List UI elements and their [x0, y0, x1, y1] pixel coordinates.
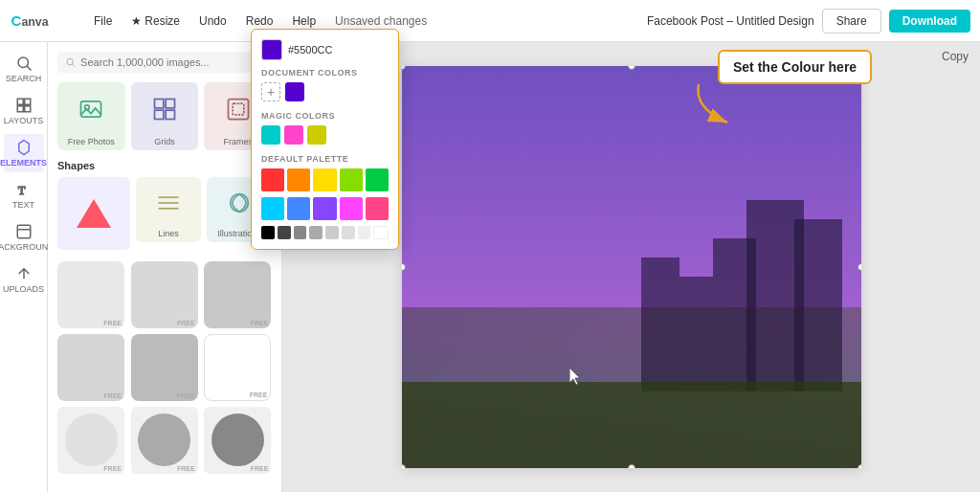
- shapes-section-label: Shapes: [57, 160, 272, 171]
- svg-line-3: [27, 66, 31, 70]
- sidebar-item-background[interactable]: BACKGROUND: [4, 218, 44, 257]
- magic-colors-label: MAGIC COLORS: [261, 111, 389, 121]
- palette-cyan[interactable]: [261, 197, 284, 220]
- svg-marker-8: [18, 141, 29, 155]
- nav-undo[interactable]: Undo: [191, 11, 234, 32]
- free-badge: FREE: [103, 320, 122, 326]
- doc-colors-label: DOCUMENT COLORS: [261, 68, 389, 78]
- ground: [402, 382, 861, 468]
- building-4: [679, 277, 713, 391]
- canvas-image: [402, 66, 861, 468]
- el-grids-label: Grids: [154, 137, 175, 146]
- sidebar-text-label: TEXT: [12, 200, 34, 210]
- shape-item-circle-1[interactable]: FREE: [57, 407, 124, 474]
- handle-bottom-mid[interactable]: [628, 464, 635, 468]
- callout-arrow: [689, 79, 746, 127]
- gray-black[interactable]: [261, 226, 275, 239]
- sidebar-background-label: BACKGROUND: [0, 242, 55, 252]
- free-badge-5: FREE: [177, 392, 195, 399]
- handle-bottom-right[interactable]: [858, 464, 861, 468]
- gray-4[interactable]: [325, 226, 339, 239]
- gray-white[interactable]: [373, 226, 389, 239]
- shape-item-circle-3[interactable]: FREE: [204, 407, 271, 474]
- shape-item-2[interactable]: FREE: [131, 261, 198, 328]
- canvas-frame[interactable]: [402, 66, 861, 468]
- element-type-grids[interactable]: Grids: [131, 82, 199, 150]
- current-color-swatch[interactable]: [261, 39, 282, 60]
- free-badge-9: FREE: [251, 465, 269, 472]
- svg-rect-16: [166, 100, 174, 108]
- svg-text:T: T: [18, 184, 26, 197]
- palette-purple[interactable]: [313, 197, 336, 220]
- free-badge-6: FREE: [250, 391, 268, 398]
- shape-item-1[interactable]: FREE: [57, 261, 124, 328]
- nav-right-area: Facebook Post – Untitled Design Share Do…: [647, 9, 970, 34]
- gray-1[interactable]: [278, 226, 291, 239]
- hex-input[interactable]: [288, 44, 389, 56]
- svg-rect-15: [154, 100, 163, 108]
- download-button[interactable]: Download: [889, 10, 970, 33]
- document-colors-row: +: [261, 82, 389, 101]
- palette-yellow[interactable]: [313, 168, 336, 191]
- svg-text:C: C: [11, 11, 21, 28]
- sidebar-item-uploads[interactable]: UPLOADS: [4, 260, 44, 299]
- search-bar[interactable]: [57, 52, 272, 73]
- gray-6[interactable]: [358, 226, 371, 239]
- canva-logo[interactable]: C anva: [10, 11, 77, 32]
- gray-3[interactable]: [309, 226, 323, 239]
- copy-button[interactable]: Copy: [942, 50, 969, 63]
- palette-grid-row1: [261, 168, 389, 191]
- shape-triangle-featured[interactable]: [57, 177, 130, 250]
- search-input[interactable]: [80, 56, 264, 68]
- svg-rect-10: [17, 225, 31, 238]
- color-picker-popup: DOCUMENT COLORS + MAGIC COLORS DEFAULT P…: [251, 29, 399, 250]
- svg-rect-17: [154, 110, 163, 119]
- top-navbar: C anva File ★ Resize Undo Redo Help Unsa…: [0, 0, 980, 42]
- doc-color-swatch-1[interactable]: [285, 82, 304, 101]
- sidebar-layouts-label: LAYOUTS: [4, 116, 43, 125]
- callout-annotation: Set the Colour here: [718, 50, 872, 84]
- free-badge-7: FREE: [103, 465, 122, 472]
- palette-grid-row2: [261, 197, 389, 220]
- magic-swatch-2[interactable]: [284, 125, 303, 145]
- palette-magenta[interactable]: [340, 197, 363, 220]
- svg-rect-5: [24, 99, 30, 104]
- free-badge-4: FREE: [103, 392, 122, 399]
- building-2: [713, 238, 756, 391]
- palette-lime[interactable]: [340, 168, 363, 191]
- palette-green[interactable]: [366, 168, 389, 191]
- shape-item-6[interactable]: FREE: [204, 334, 271, 401]
- share-button[interactable]: Share: [822, 9, 881, 34]
- el-photos-label: Free Photos: [68, 137, 115, 146]
- palette-red[interactable]: [261, 168, 284, 191]
- palette-orange[interactable]: [287, 168, 310, 191]
- free-badge-2: FREE: [177, 320, 195, 326]
- shape-item-circle-2[interactable]: FREE: [131, 407, 198, 474]
- gray-2[interactable]: [294, 226, 307, 239]
- element-type-lines[interactable]: Lines: [136, 177, 201, 242]
- shapes-grid: FREE FREE FREE FREE FREE FREE FREE: [57, 261, 272, 474]
- svg-rect-19: [228, 100, 248, 120]
- nav-file[interactable]: File: [86, 11, 120, 32]
- building-3: [794, 219, 842, 391]
- add-color-button[interactable]: +: [261, 82, 280, 101]
- sidebar-item-elements[interactable]: ELEMENTS: [4, 134, 44, 172]
- nav-resize[interactable]: ★ Resize: [123, 11, 188, 32]
- sidebar-item-text[interactable]: T TEXT: [4, 176, 44, 214]
- free-badge-8: FREE: [177, 465, 195, 472]
- shape-item-3[interactable]: FREE: [204, 261, 271, 328]
- palette-blue[interactable]: [287, 197, 310, 220]
- magic-swatch-1[interactable]: [261, 125, 280, 145]
- element-type-photos[interactable]: Free Photos: [57, 82, 125, 150]
- magic-colors-row: [261, 125, 389, 145]
- shape-item-4[interactable]: FREE: [57, 334, 124, 401]
- gray-5[interactable]: [342, 226, 355, 239]
- shape-item-5[interactable]: FREE: [131, 334, 198, 401]
- handle-bottom-left[interactable]: [402, 464, 406, 468]
- el-lines-label: Lines: [158, 229, 179, 238]
- el-frames-label: Frames: [223, 137, 253, 146]
- sidebar-item-search[interactable]: SEARCH: [4, 50, 44, 88]
- palette-pink[interactable]: [366, 197, 389, 220]
- sidebar-item-layouts[interactable]: LAYOUTS: [4, 92, 44, 130]
- magic-swatch-3[interactable]: [307, 125, 326, 145]
